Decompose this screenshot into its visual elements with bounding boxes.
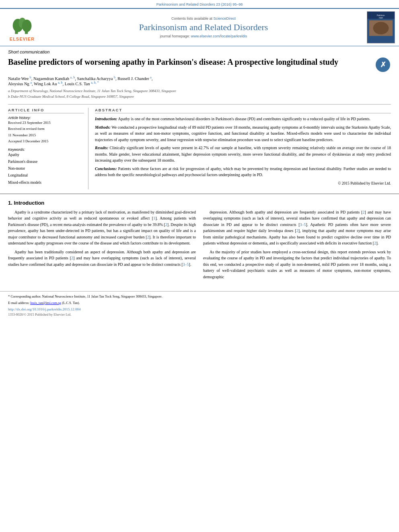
svg-text:nism: nism (379, 17, 383, 19)
footnote-corresponding: * Corresponding author. National Neurosc… (8, 294, 391, 299)
affiliation-b: b Duke-NUS Graduate Medical School, 8 Co… (8, 94, 391, 100)
journal-center: Contents lists available at ScienceDirec… (40, 16, 367, 38)
homepage-line: journal homepage: www.elsevier.com/locat… (40, 34, 367, 38)
footnote-email: E-mail address: louis_tan@imi.com.sg (L.… (8, 300, 391, 306)
abstract-methods: Methods: We conducted a prospective long… (95, 124, 391, 143)
svg-rect-4 (25, 28, 27, 34)
page-footer: * Corresponding author. National Neurosc… (0, 291, 399, 318)
keyword-parkinsons: Parkinson's disease (8, 158, 84, 165)
body-col-left: Apathy is a syndrome characterized by a … (8, 209, 196, 283)
keyword-mixed-effects: Mixed-effects models (8, 179, 84, 186)
intro-section-title: 1. Introduction (8, 200, 391, 206)
history-label: Article history: (8, 116, 84, 120)
svg-text:Parkinso-: Parkinso- (377, 14, 385, 16)
affiliation-a: a Department of Neurology, National Neur… (8, 88, 391, 94)
citation-text: Parkinsonism and Related Disorders 23 (2… (156, 2, 243, 6)
issn-text: 1353-8020/© 2015 Published by Elsevier L… (8, 312, 391, 316)
conclusions-label: Conclusions: (95, 166, 117, 171)
article-info-header: ARTICLE INFO (8, 108, 84, 113)
doi-line: http://dx.doi.org/10.1016/j.parkreldis.2… (8, 307, 391, 311)
abstract-results: Results: Clinically significant levels o… (95, 145, 391, 164)
doi-link[interactable]: http://dx.doi.org/10.1016/j.parkreldis.2… (8, 307, 81, 311)
crossmark-badge: ✗ (375, 57, 391, 73)
intro-para-2: Apathy has been traditionally considered… (8, 249, 196, 268)
homepage-link[interactable]: www.elsevier.com/locate/parkreldis (191, 34, 247, 38)
affiliations: a Department of Neurology, National Neur… (8, 88, 391, 99)
article-type: Short communication (8, 49, 391, 54)
main-body: 1. Introduction Apathy is a syndrome cha… (0, 193, 399, 287)
citation-bar: Parkinsonism and Related Disorders 23 (2… (0, 0, 399, 8)
intro-para-1: Apathy is a syndrome characterized by a … (8, 209, 196, 246)
elsevier-tree-icon (11, 14, 33, 36)
abstract-intro: Introduction: Apathy is one of the most … (95, 116, 391, 122)
intro-para-4: As the majority of prior studies have em… (203, 249, 391, 280)
results-label: Results: (95, 146, 108, 150)
keyword-longitudinal: Longitudinal (8, 172, 84, 179)
science-direct-link[interactable]: ScienceDirect (214, 16, 236, 21)
intro-para-3: depression. Although both apathy and dep… (203, 209, 391, 246)
results-text: Clinically significant levels of apathy … (95, 146, 391, 162)
intro-label: Introduction: (95, 117, 117, 121)
methods-text: We conducted a prospective longitudinal … (95, 125, 391, 142)
methods-label: Methods: (95, 125, 111, 129)
info-abstract-section: ARTICLE INFO Article history: Received 2… (0, 108, 399, 189)
journal-title: Parkinsonism and Related Disorders (40, 22, 367, 33)
article-info-column: ARTICLE INFO Article history: Received 2… (8, 108, 88, 189)
journal-header: ELSEVIER Contents lists available at Sci… (0, 8, 399, 46)
article-title: Baseline predictors of worsening apathy … (8, 57, 371, 67)
elsevier-logo: ELSEVIER (4, 14, 40, 41)
abstract-body: Introduction: Apathy is one of the most … (95, 116, 391, 186)
keyword-apathy: Apathy (8, 152, 84, 158)
keywords-section: Keywords: Apathy Parkinson's disease Non… (8, 148, 84, 186)
intro-text: Apathy is one of the most common behavio… (118, 117, 371, 121)
section-divider (8, 104, 391, 105)
article-meta: Short communication Baseline predictors … (0, 46, 399, 101)
elsevier-label: ELSEVIER (10, 37, 35, 41)
conclusions-text: Patients with these factors are at risk … (95, 166, 391, 177)
abstract-conclusions: Conclusions: Patients with these factors… (95, 166, 391, 178)
journal-cover-image: Parkinso- nism (367, 11, 395, 43)
keyword-non-motor: Non-motor (8, 165, 84, 172)
article-history: Article history: Received 23 September 2… (8, 116, 84, 144)
copyright-text: © 2015 Published by Elsevier Ltd. (95, 181, 391, 187)
title-row: Baseline predictors of worsening apathy … (8, 57, 391, 73)
keywords-label: Keywords: (8, 148, 84, 152)
abstract-header: ABSTRACT (95, 108, 391, 113)
svg-point-10 (373, 22, 389, 34)
crossmark-icon: ✗ (376, 58, 390, 72)
authors-line: Natalie Wee b, Nagaendran Kandiah a, b, … (8, 75, 391, 86)
received-date: Received 23 September 2015 Received in r… (8, 120, 84, 144)
body-col-right: depression. Although both apathy and dep… (203, 209, 391, 283)
keywords-list: Apathy Parkinson's disease Non-motor Lon… (8, 152, 84, 186)
abstract-column: ABSTRACT Introduction: Apathy is one of … (95, 108, 391, 189)
email-link[interactable]: louis_tan@imi.com.sg (30, 301, 61, 305)
journal-thumbnail: Parkinso- nism (367, 11, 395, 43)
science-direct-line: Contents lists available at ScienceDirec… (40, 16, 367, 21)
intro-body-columns: Apathy is a syndrome characterized by a … (8, 209, 391, 283)
